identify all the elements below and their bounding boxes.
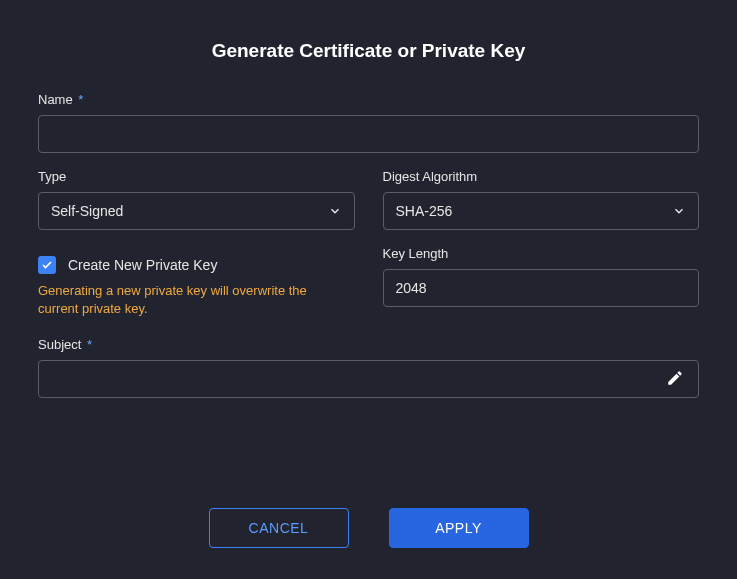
- subject-label-text: Subject: [38, 337, 81, 352]
- type-value: Self-Signed: [51, 203, 123, 219]
- digest-field-group: Digest Algorithm SHA-256: [383, 169, 700, 230]
- type-label: Type: [38, 169, 355, 184]
- create-key-warning: Generating a new private key will overwr…: [38, 282, 348, 317]
- create-key-label: Create New Private Key: [68, 257, 217, 273]
- digest-value: SHA-256: [396, 203, 453, 219]
- pencil-icon[interactable]: [666, 369, 684, 390]
- type-field-group: Type Self-Signed: [38, 169, 355, 230]
- subject-field-group: Subject *: [38, 337, 699, 398]
- subject-input[interactable]: [38, 360, 699, 398]
- type-select[interactable]: Self-Signed: [38, 192, 355, 230]
- digest-label: Digest Algorithm: [383, 169, 700, 184]
- key-length-input[interactable]: [383, 269, 700, 307]
- create-key-checkbox[interactable]: [38, 256, 56, 274]
- apply-button[interactable]: APPLY: [389, 508, 529, 548]
- modal-title: Generate Certificate or Private Key: [38, 40, 699, 62]
- name-label-text: Name: [38, 92, 73, 107]
- cancel-button[interactable]: CANCEL: [209, 508, 349, 548]
- required-mark: *: [87, 337, 92, 352]
- chevron-down-icon: [328, 204, 342, 218]
- generate-certificate-modal: Generate Certificate or Private Key Name…: [0, 0, 737, 578]
- name-field-group: Name *: [38, 92, 699, 153]
- chevron-down-icon: [672, 204, 686, 218]
- digest-select[interactable]: SHA-256: [383, 192, 700, 230]
- key-length-label: Key Length: [383, 246, 700, 261]
- name-input[interactable]: [38, 115, 699, 153]
- subject-label: Subject *: [38, 337, 699, 352]
- check-icon: [41, 259, 53, 271]
- key-length-field-group: Key Length: [383, 246, 700, 307]
- create-key-row: Create New Private Key: [38, 256, 355, 274]
- name-label: Name *: [38, 92, 699, 107]
- button-row: CANCEL APPLY: [38, 508, 699, 548]
- required-mark: *: [78, 92, 83, 107]
